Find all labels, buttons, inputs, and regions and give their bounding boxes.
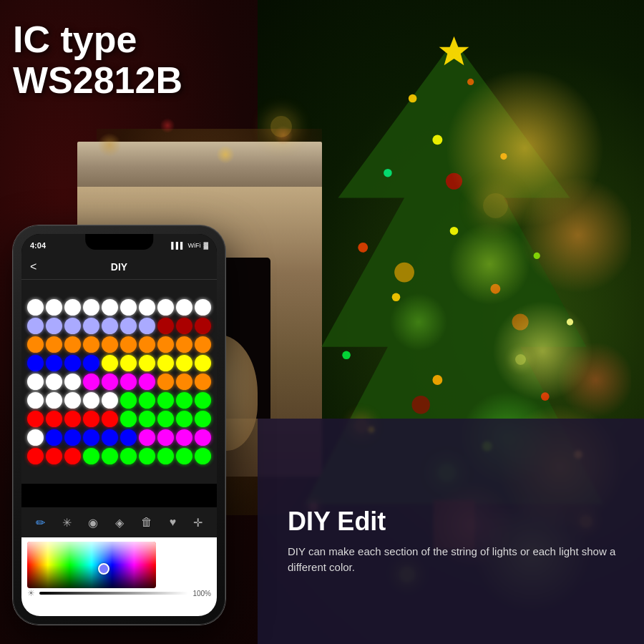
- led-dot[interactable]: [83, 336, 99, 353]
- led-dot[interactable]: [27, 318, 44, 334]
- brightness-bar[interactable]: [39, 592, 188, 595]
- color-picker[interactable]: ☀ 100%: [21, 537, 217, 616]
- pen-tool[interactable]: ◈: [115, 516, 124, 530]
- led-dot[interactable]: [83, 448, 99, 464]
- led-dot[interactable]: [195, 355, 211, 371]
- back-button[interactable]: <: [30, 260, 36, 273]
- led-dot[interactable]: [176, 355, 192, 371]
- led-dot[interactable]: [46, 429, 62, 446]
- led-grid-area[interactable]: [21, 280, 217, 484]
- led-dot[interactable]: [139, 318, 155, 334]
- color-gradient[interactable]: [27, 542, 156, 588]
- move-tool[interactable]: ✛: [193, 516, 203, 530]
- led-dot[interactable]: [102, 355, 118, 371]
- led-dot[interactable]: [176, 318, 192, 334]
- led-dot[interactable]: [64, 336, 81, 353]
- led-dot[interactable]: [27, 411, 44, 427]
- led-dot[interactable]: [195, 392, 211, 409]
- led-dot[interactable]: [120, 374, 137, 390]
- led-dot[interactable]: [102, 299, 118, 316]
- delete-tool[interactable]: 🗑: [141, 516, 152, 529]
- led-dot[interactable]: [157, 448, 174, 464]
- led-dot[interactable]: [102, 374, 118, 390]
- led-dot[interactable]: [139, 374, 155, 390]
- led-dot[interactable]: [120, 429, 137, 446]
- led-dot[interactable]: [27, 355, 44, 371]
- led-dot[interactable]: [64, 411, 81, 427]
- led-dot[interactable]: [64, 299, 81, 316]
- led-dot[interactable]: [83, 429, 99, 446]
- led-dot[interactable]: [83, 392, 99, 409]
- led-dot[interactable]: [157, 318, 174, 334]
- led-dot[interactable]: [27, 392, 44, 409]
- led-dot[interactable]: [64, 448, 81, 464]
- led-dot[interactable]: [157, 374, 174, 390]
- led-dot[interactable]: [176, 374, 192, 390]
- led-dot[interactable]: [64, 392, 81, 409]
- led-dot[interactable]: [27, 448, 44, 464]
- led-dot[interactable]: [120, 299, 137, 316]
- led-dot[interactable]: [195, 411, 211, 427]
- led-dot[interactable]: [46, 374, 62, 390]
- led-grid[interactable]: [27, 299, 211, 464]
- led-dot[interactable]: [46, 318, 62, 334]
- led-dot[interactable]: [176, 336, 192, 353]
- led-dot[interactable]: [64, 355, 81, 371]
- led-dot[interactable]: [83, 374, 99, 390]
- led-dot[interactable]: [64, 429, 81, 446]
- led-dot[interactable]: [120, 336, 137, 353]
- led-dot[interactable]: [102, 429, 118, 446]
- led-dot[interactable]: [139, 336, 155, 353]
- led-dot[interactable]: [102, 411, 118, 427]
- led-dot[interactable]: [139, 448, 155, 464]
- led-dot[interactable]: [157, 355, 174, 371]
- led-dot[interactable]: [157, 411, 174, 427]
- led-dot[interactable]: [120, 448, 137, 464]
- led-dot[interactable]: [139, 392, 155, 409]
- led-dot[interactable]: [27, 374, 44, 390]
- led-dot[interactable]: [176, 299, 192, 316]
- led-dot[interactable]: [139, 299, 155, 316]
- led-dot[interactable]: [46, 448, 62, 464]
- pencil-tool[interactable]: ✏: [36, 516, 45, 530]
- led-dot[interactable]: [195, 448, 211, 464]
- led-dot[interactable]: [195, 299, 211, 316]
- led-dot[interactable]: [120, 392, 137, 409]
- led-dot[interactable]: [46, 299, 62, 316]
- led-dot[interactable]: [102, 392, 118, 409]
- led-dot[interactable]: [120, 355, 137, 371]
- led-dot[interactable]: [64, 374, 81, 390]
- led-dot[interactable]: [195, 336, 211, 353]
- led-dot[interactable]: [120, 411, 137, 427]
- led-dot[interactable]: [64, 318, 81, 334]
- led-dot[interactable]: [157, 392, 174, 409]
- led-dot[interactable]: [139, 411, 155, 427]
- led-dot[interactable]: [27, 299, 44, 316]
- led-dot[interactable]: [83, 355, 99, 371]
- heart-tool[interactable]: ♥: [170, 516, 177, 529]
- led-dot[interactable]: [195, 429, 211, 446]
- led-dot[interactable]: [83, 411, 99, 427]
- led-dot[interactable]: [102, 448, 118, 464]
- led-dot[interactable]: [46, 336, 62, 353]
- led-dot[interactable]: [83, 318, 99, 334]
- led-dot[interactable]: [27, 336, 44, 353]
- led-dot[interactable]: [102, 336, 118, 353]
- led-dot[interactable]: [157, 429, 174, 446]
- led-dot[interactable]: [176, 392, 192, 409]
- led-dot[interactable]: [102, 318, 118, 334]
- led-dot[interactable]: [195, 374, 211, 390]
- led-dot[interactable]: [195, 318, 211, 334]
- led-dot[interactable]: [176, 429, 192, 446]
- led-dot[interactable]: [139, 429, 155, 446]
- led-dot[interactable]: [27, 429, 44, 446]
- led-dot[interactable]: [176, 411, 192, 427]
- led-dot[interactable]: [157, 336, 174, 353]
- sparkle-tool[interactable]: ✳: [62, 516, 72, 530]
- led-dot[interactable]: [46, 411, 62, 427]
- led-dot[interactable]: [120, 318, 137, 334]
- led-dot[interactable]: [46, 355, 62, 371]
- led-dot[interactable]: [83, 299, 99, 316]
- fill-tool[interactable]: ◉: [88, 516, 98, 530]
- led-dot[interactable]: [176, 448, 192, 464]
